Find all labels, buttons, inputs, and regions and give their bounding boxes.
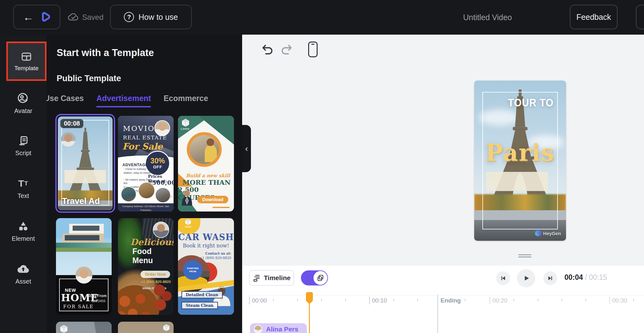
ruler-tick-minor: [297, 299, 298, 302]
travel-road: [58, 206, 113, 210]
question-icon: ?: [124, 12, 134, 22]
tabs-fade-overlay: [224, 91, 242, 107]
watermark-logo-icon: [535, 230, 541, 236]
sidebar-item-label: Script: [0, 150, 47, 157]
play-button[interactable]: [517, 269, 535, 287]
ruler-tick-major: [249, 296, 250, 304]
food-tomatoes: [154, 283, 172, 312]
element-icon: [0, 220, 47, 233]
cloud-saved-icon: [68, 12, 79, 23]
how-to-use-button[interactable]: ? How to use: [110, 5, 192, 29]
tab-use-cases[interactable]: Use Cases: [47, 94, 84, 107]
panel-collapse-button[interactable]: ‹: [242, 125, 251, 172]
food-script: Delicious: [130, 237, 174, 247]
ruler-tick-minor: [562, 299, 562, 302]
sidebar-item-label: Text: [0, 192, 47, 200]
back-button[interactable]: ←: [13, 5, 60, 29]
skip-end-icon: [547, 275, 554, 282]
undo-button[interactable]: [260, 43, 274, 57]
ruler-tick-minor: [393, 299, 394, 302]
carwash-title: CAR WASH: [178, 232, 234, 242]
movio-footer-line1: Company Address: 123 Movio Street, San F…: [118, 205, 174, 212]
courses-head: [207, 138, 214, 146]
ruler-time-label: 00:30: [612, 297, 627, 304]
courses-presenter: [179, 180, 205, 212]
logo-cube: [59, 324, 69, 333]
preview-kicker-text[interactable]: TOUR TO: [474, 97, 566, 109]
toggle-knob: [314, 271, 327, 285]
sidebar-item-label: Avatar: [0, 107, 47, 115]
sidebar-item-text[interactable]: TT Text: [0, 177, 47, 200]
skip-to-end-button[interactable]: [543, 271, 557, 285]
timeline-button[interactable]: Timeline: [249, 270, 294, 286]
template-card-travel-ad[interactable]: 00:08 Travel Ad: [55, 114, 115, 213]
how-to-use-label: How to use: [138, 13, 178, 22]
movio-photo-3: [155, 187, 171, 203]
tab-ecommerce[interactable]: Ecommerce: [164, 94, 208, 107]
sidebar-item-label: Template: [14, 65, 38, 72]
preview-text-box[interactable]: [486, 172, 548, 191]
presenter-avatar: [153, 222, 169, 238]
template-card-new-home[interactable]: NEW HOME FOR SALE Start From $123456: [56, 218, 112, 315]
discount-off: OFF: [153, 165, 162, 169]
overlap-squares-icon: [317, 274, 324, 282]
play-icon: [522, 274, 530, 282]
text-icon: TT: [0, 177, 47, 190]
sidebar-item-element[interactable]: Element: [0, 220, 47, 242]
scene-link-toggle[interactable]: [301, 270, 328, 285]
template-name: Travel Ad: [62, 196, 100, 206]
preview-resize-handle[interactable]: [518, 254, 531, 258]
sidebar-item-template[interactable]: Template: [6, 42, 47, 81]
courses-underline: [213, 207, 229, 208]
ruler-time-label: 00:00: [252, 297, 267, 304]
home-price: $123456: [92, 299, 106, 303]
time-display: 00:04 / 00:15: [564, 273, 607, 282]
app-logo-icon: [39, 11, 51, 23]
skip-to-start-button[interactable]: [496, 271, 510, 285]
clip-label: Alina Pers: [266, 325, 298, 333]
panel-section-title: Public Template: [57, 74, 121, 83]
feedback-button[interactable]: Feedback: [570, 5, 618, 29]
template-card-partial-1[interactable]: [56, 322, 112, 333]
logo-cube: [162, 324, 170, 332]
panel-title: Start with a Template: [57, 47, 154, 59]
total-time: 00:15: [589, 273, 607, 281]
redo-button[interactable]: [280, 43, 294, 57]
sidebar-item-asset[interactable]: Asset: [0, 262, 47, 285]
food-title: Food Menu: [132, 247, 174, 265]
tab-advertisement[interactable]: Advertisement: [96, 94, 151, 107]
orientation-portrait-button[interactable]: [308, 42, 318, 57]
ruler-time-label: 00:10: [372, 297, 387, 304]
sidebar-item-avatar[interactable]: Avatar: [0, 92, 47, 115]
home-subtitle: FOR SALE: [63, 304, 94, 309]
ruler-tick-major: [369, 296, 370, 304]
sidebar-item-label: Element: [0, 235, 47, 242]
template-art-travel: 00:08 Travel Ad: [58, 116, 113, 210]
presenter-avatar: [154, 120, 170, 136]
movio-photo-1: [121, 186, 136, 202]
top-bar: ← Saved ? How to use Untitled Video Feed…: [0, 0, 644, 35]
partial-right-button[interactable]: [636, 5, 644, 29]
food-order-button: Order Now: [141, 271, 170, 278]
ruler-tick-minor: [345, 299, 346, 302]
timeline-clip-avatar[interactable]: Alina Pers: [250, 323, 307, 333]
duration-badge: 00:08: [60, 119, 83, 128]
template-card-car-wash[interactable]: LOGO CAR WASH Book it right now! Contact…: [178, 218, 234, 315]
watermark-label: HeyGen: [543, 231, 561, 236]
template-card-partial-2[interactable]: [118, 322, 174, 333]
template-card-food-menu[interactable]: Delicious Food Menu Order Now +1 (800) 8…: [118, 218, 174, 315]
template-card-courses[interactable]: LOGO Build a new skill MORE THAN 2,500 C…: [178, 116, 234, 212]
video-preview[interactable]: TOUR TO Paris HeyGen: [474, 81, 566, 241]
home-grass: [56, 248, 112, 252]
time-separator: /: [585, 273, 587, 281]
courses-shirt: [205, 145, 217, 162]
playhead-handle: [306, 292, 313, 302]
preview-title-text[interactable]: Paris: [474, 139, 566, 166]
playhead[interactable]: [306, 292, 313, 333]
video-title[interactable]: Untitled Video: [463, 0, 512, 35]
sidebar-item-script[interactable]: Script: [0, 134, 47, 157]
home-glass: [73, 226, 99, 231]
template-card-real-estate[interactable]: MOVIO REAL ESTATE For Sale 30% OFF ADVEN…: [118, 116, 174, 212]
carwash-subtitle: Book it right now!: [178, 243, 234, 249]
home-pool: [56, 243, 112, 248]
